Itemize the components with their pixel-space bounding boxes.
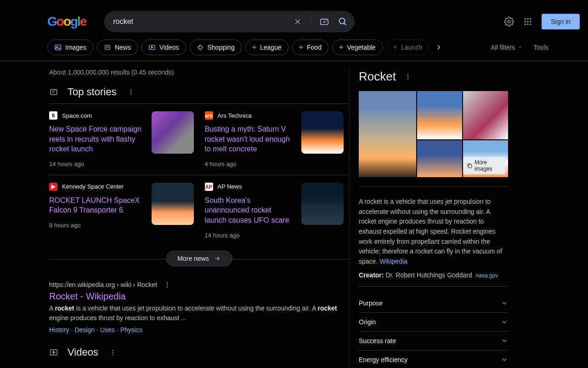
kp-image[interactable] [463,91,508,139]
svg-point-9 [527,18,529,20]
story-title[interactable]: ROCKET LAUNCH SpaceX Falcon 9 Transporte… [49,196,144,215]
svg-point-15 [527,23,529,25]
kp-image[interactable] [359,91,416,177]
filter-chip-shopping[interactable]: Shopping [190,40,242,55]
chevron-down-icon [501,299,508,307]
svg-point-5 [339,18,345,24]
story-time: 14 hours ago [205,232,294,239]
signin-button[interactable]: Sign in [542,14,580,29]
result-url: https://en.wikipedia.org › wiki › Rocket [49,281,157,288]
videos-more-icon[interactable] [107,347,119,358]
search-bar [104,11,355,32]
video-icon [49,348,58,357]
svg-point-35 [113,352,113,353]
kp-image-grid: More images [359,91,508,187]
top-stories-title: Top stories [68,86,116,98]
filter-scroll-right-icon[interactable] [435,43,443,52]
clear-icon[interactable] [293,17,302,26]
svg-point-14 [525,23,526,25]
story-card[interactable]: ▶ Kennedy Space Center ROCKET LAUNCH Spa… [49,175,199,246]
filter-chip-league[interactable]: +League [245,40,288,55]
apps-icon[interactable] [523,17,532,26]
story-thumbnail[interactable] [301,183,344,225]
sitelink[interactable]: Physics [120,326,142,334]
kp-creator-source-link[interactable]: nasa.gov [476,272,498,279]
svg-point-23 [199,46,199,46]
tools-button[interactable]: Tools [533,44,548,51]
svg-point-3 [323,21,326,23]
filter-chip-food[interactable]: +Food [292,40,328,55]
story-source: AP News [218,183,242,190]
source-favicon: ▶ [49,183,57,191]
kp-more-icon[interactable] [402,71,413,82]
svg-point-12 [527,21,529,22]
more-images-button[interactable]: More images [463,157,505,174]
search-input[interactable] [111,17,293,26]
google-logo[interactable]: Google [47,14,86,29]
svg-point-32 [167,286,168,287]
result-stats: About 1,000,000,000 results (0.45 second… [49,69,349,76]
kp-image[interactable] [417,140,462,177]
filter-chip-launch[interactable]: +Launch [386,40,429,55]
filter-bar: Images News Videos Shopping +League +Foo… [0,32,588,61]
kp-image[interactable] [417,91,462,139]
svg-point-30 [167,282,168,283]
story-card[interactable]: S Space.com New Space Force campaign ree… [49,104,199,175]
result-title[interactable]: Rocket - Wikipedia [49,291,349,302]
filter-chip-videos[interactable]: Videos [141,40,186,55]
settings-icon[interactable] [504,17,514,27]
story-source: Space.com [62,112,92,119]
svg-point-38 [407,76,408,77]
filter-chip-news[interactable]: News [97,40,138,55]
svg-rect-24 [51,89,57,95]
svg-point-8 [525,18,526,20]
story-source: Kennedy Space Center [62,183,124,190]
kp-accordion-item[interactable]: Energy efficiency [359,351,508,368]
source-favicon: AP [205,183,213,191]
story-title[interactable]: New Space Force campaign reels in recrui… [49,124,144,154]
svg-point-34 [113,350,113,351]
svg-point-11 [525,21,526,22]
top-stories-more-icon[interactable] [125,86,136,98]
filter-chip-images[interactable]: Images [47,40,93,55]
svg-point-7 [508,20,510,23]
all-filters-button[interactable]: All filters [491,44,522,51]
svg-point-4 [326,20,327,21]
news-icon [49,87,58,97]
search-icon[interactable] [338,17,348,27]
kp-accordion-item[interactable]: Origin [359,313,508,332]
story-thumbnail[interactable] [152,183,194,225]
svg-point-27 [130,89,131,90]
kp-wikipedia-link[interactable]: Wikipedia [379,258,407,265]
svg-point-29 [130,93,131,94]
story-title[interactable]: South Korea's unannounced rocket launch … [205,196,294,225]
svg-point-36 [113,354,113,355]
story-card[interactable]: AP AP News South Korea's unannounced roc… [199,175,350,246]
story-card[interactable]: ars Ars Technica Busting a myth: Saturn … [199,104,350,175]
videos-title: Videos [68,346,98,358]
kp-title: Rocket [359,69,396,84]
more-news-button[interactable]: More news [166,251,232,266]
kp-image[interactable]: More images [463,140,508,177]
sitelink[interactable]: Uses [100,326,115,334]
story-source: Ars Technica [218,112,252,119]
svg-point-37 [407,74,408,75]
knowledge-panel: Rocket More images A rocket is a vehicle… [349,69,519,368]
kp-accordion-item[interactable]: Purpose [359,294,508,313]
story-thumbnail[interactable] [152,111,194,154]
svg-point-10 [530,18,531,20]
header: Google Sign in [0,0,588,32]
sitelink[interactable]: Design [74,326,95,334]
lens-icon[interactable] [319,17,329,27]
svg-point-39 [407,78,408,79]
story-thumbnail[interactable] [301,111,344,154]
svg-point-16 [530,23,531,25]
kp-fact-creator: Creator: Dr. Robert Hutchings Goddard na… [359,271,508,287]
result-more-icon[interactable] [164,281,171,288]
filter-chip-vegetable[interactable]: +Vegetable [332,40,383,55]
story-time: 14 hours ago [49,161,144,167]
story-title[interactable]: Busting a myth: Saturn V rocket wasn't l… [205,124,294,154]
kp-accordion-item[interactable]: Success rate [359,332,508,351]
sitelink[interactable]: History [49,326,69,334]
chevron-down-icon [501,356,508,363]
